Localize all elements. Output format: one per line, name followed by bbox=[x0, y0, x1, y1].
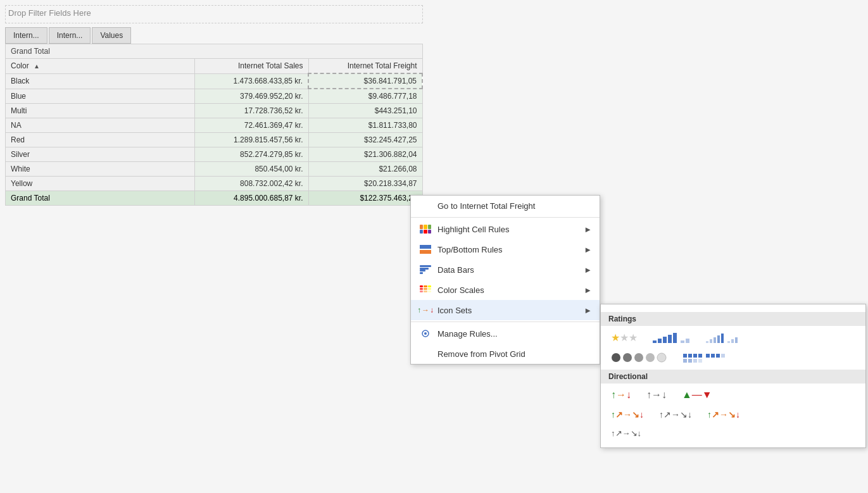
right5-gray-icon: → bbox=[671, 409, 680, 420]
table-row: Silver 852.274.279,85 kr. $21.306.882,04 bbox=[6, 147, 423, 162]
svg-point-20 bbox=[623, 353, 632, 362]
svg-point-21 bbox=[634, 353, 643, 362]
goto-icon bbox=[418, 200, 432, 211]
down5-red-icon: ↓ bbox=[736, 409, 740, 420]
menu-item-highlight[interactable]: Highlight Cell Rules ► bbox=[411, 219, 600, 239]
sales-cell-red: 1.289.815.457,56 kr. bbox=[194, 133, 308, 147]
bars-chart-icon bbox=[653, 333, 691, 343]
menu-item-iconsets[interactable]: ↑ → ↓ Icon Sets ► bbox=[411, 300, 600, 320]
arr5-icon: ↓ bbox=[638, 428, 642, 438]
iconset-stars-3[interactable]: ★ ★ ★ bbox=[608, 330, 640, 346]
table-row: Red 1.289.815.457,56 kr. $32.245.427,25 bbox=[6, 133, 423, 147]
managerules-icon bbox=[418, 328, 432, 339]
star-gray-icon1: ★ bbox=[620, 332, 629, 344]
squares-grid-icon bbox=[683, 353, 727, 363]
freight-cell-yellow: $20.218.334,87 bbox=[308, 177, 422, 191]
iconset-arrows-5color2[interactable]: ↑ ↗ → ↘ ↓ bbox=[705, 408, 743, 421]
tab-intern1[interactable]: Intern... bbox=[5, 27, 47, 44]
submenu-ratings-row1: ★ ★ ★ bbox=[601, 327, 865, 348]
sales-cell-white: 850.454,00 kr. bbox=[194, 162, 308, 177]
context-menu: Go to Internet Total Freight Highlight C… bbox=[410, 195, 600, 365]
right5-orange-icon: → bbox=[719, 409, 728, 420]
col-sales[interactable]: Internet Total Sales bbox=[194, 59, 308, 74]
svg-rect-5 bbox=[658, 339, 662, 343]
col-sales-label: Internet Total Sales bbox=[238, 61, 303, 70]
menu-item-databars[interactable]: Data Bars ► bbox=[411, 259, 600, 280]
iconset-arrows-5color[interactable]: ↑ ↗ → ↘ ↓ bbox=[608, 408, 646, 421]
color-cell-blue: Blue bbox=[6, 89, 195, 104]
sort-arrow: ▲ bbox=[34, 63, 40, 70]
iconset-bars-5[interactable] bbox=[650, 331, 693, 345]
submenu-ratings-row2 bbox=[601, 348, 865, 367]
sales-cell-blue: 379.469.952,20 kr. bbox=[194, 89, 308, 104]
svg-point-23 bbox=[657, 353, 666, 362]
upright-bold-icon: ↗ bbox=[615, 409, 623, 420]
iconset-squares-grid[interactable] bbox=[681, 351, 730, 365]
menu-item-topbottom[interactable]: Top/Bottom Rules ► bbox=[411, 239, 600, 259]
svg-rect-33 bbox=[711, 354, 715, 358]
directional-section-title: Directional bbox=[601, 370, 865, 384]
bars-thin-icon bbox=[706, 333, 741, 343]
menu-managerules-label: Manage Rules... bbox=[437, 329, 498, 339]
menu-remove-label: Remove from Pivot Grid bbox=[437, 349, 525, 359]
upright5-gray-icon: ↗ bbox=[664, 409, 671, 420]
table-row: Blue 379.469.952,20 kr. $9.486.777,18 bbox=[6, 89, 423, 104]
downright-bold-icon: ↘ bbox=[632, 409, 639, 420]
tab-intern2[interactable]: Intern... bbox=[49, 27, 91, 44]
col-freight[interactable]: Internet Total Freight bbox=[308, 59, 422, 74]
iconset-arrows-5gray2[interactable]: ↑ ↗ → ↘ ↓ bbox=[608, 427, 644, 440]
col-color-label: Color bbox=[11, 61, 29, 70]
menu-item-remove[interactable]: Remove from Pivot Grid bbox=[411, 344, 600, 364]
iconset-arrows-green-dash-red[interactable]: ▲ — ▼ bbox=[679, 387, 715, 403]
freight-cell-black: $36.841.791,05 bbox=[308, 73, 422, 89]
iconset-arrows-5gray[interactable]: ↑ ↗ → ↘ ↓ bbox=[657, 408, 695, 421]
down5-gray-icon: ↓ bbox=[688, 409, 692, 420]
svg-rect-10 bbox=[686, 339, 689, 343]
svg-rect-27 bbox=[698, 354, 702, 358]
iconset-arrows-3gray[interactable]: ↑ → ↓ bbox=[644, 387, 669, 403]
menu-item-goto[interactable]: Go to Internet Total Freight bbox=[411, 196, 600, 216]
menu-databars-label: Data Bars bbox=[437, 265, 474, 275]
grand-total-header: Grand Total bbox=[6, 44, 423, 59]
iconset-arrows-3color[interactable]: ↑ → ↓ bbox=[608, 387, 634, 403]
topbottom-arrow-icon: ► bbox=[584, 245, 592, 254]
menu-topbottom-label: Top/Bottom Rules bbox=[437, 245, 503, 254]
menu-divider2 bbox=[411, 321, 600, 322]
table-row: Multi 17.728.736,52 kr. $443.251,10 bbox=[6, 104, 423, 118]
iconset-circles-5[interactable] bbox=[608, 351, 670, 365]
svg-point-3 bbox=[424, 332, 427, 335]
pivot-table: Grand Total Color ▲ Internet Total Sales… bbox=[5, 44, 423, 206]
freight-cell-blue: $9.486.777,18 bbox=[308, 89, 422, 104]
iconsets-arrow-icon: ► bbox=[584, 306, 592, 315]
svg-rect-26 bbox=[693, 354, 697, 358]
col-freight-label: Internet Total Freight bbox=[348, 61, 417, 70]
svg-rect-28 bbox=[683, 359, 687, 363]
svg-rect-35 bbox=[721, 354, 725, 358]
menu-divider1 bbox=[411, 217, 600, 218]
color-cell-white: White bbox=[6, 162, 195, 177]
menu-item-managerules[interactable]: Manage Rules... bbox=[411, 323, 600, 344]
tab-values[interactable]: Values bbox=[92, 27, 131, 44]
sales-cell-silver: 852.274.279,85 kr. bbox=[194, 147, 308, 162]
svg-point-19 bbox=[612, 353, 620, 362]
downright5-orange-icon: ↘ bbox=[728, 409, 736, 420]
svg-rect-17 bbox=[731, 339, 734, 343]
colorscales-arrow-icon: ► bbox=[584, 285, 592, 295]
submenu-dir-row1: ↑ → ↓ ↑ → ↓ ▲ — ▼ bbox=[601, 385, 865, 405]
dash-red-icon: — bbox=[692, 389, 702, 401]
col-color[interactable]: Color ▲ bbox=[6, 59, 195, 74]
iconset-bars-thin[interactable] bbox=[703, 331, 743, 345]
star-gold-icon: ★ bbox=[611, 332, 620, 344]
highlight-arrow-icon: ► bbox=[584, 225, 592, 234]
menu-item-colorscales[interactable]: Color Scales ► bbox=[411, 280, 600, 300]
table-row-grand-total: Grand Total 4.895.000.685,87 kr. $122.37… bbox=[6, 191, 423, 206]
svg-point-22 bbox=[646, 353, 655, 362]
svg-rect-1 bbox=[420, 250, 431, 254]
color-cell-na: NA bbox=[6, 118, 195, 133]
color-cell-black: Black bbox=[6, 73, 195, 89]
up-bold-icon: ↑ bbox=[611, 409, 615, 420]
star-gray-icon2: ★ bbox=[629, 332, 638, 344]
svg-rect-11 bbox=[706, 341, 708, 343]
svg-rect-0 bbox=[420, 245, 431, 249]
submenu-dir-row2: ↑ ↗ → ↘ ↓ ↑ ↗ → ↘ ↓ ↑ ↗ → ↘ ↓ bbox=[601, 405, 865, 424]
